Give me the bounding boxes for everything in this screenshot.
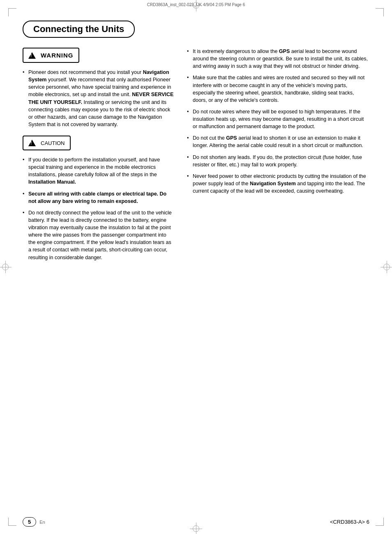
warning-box: WARNING xyxy=(23,48,79,63)
footer-left: 5 En xyxy=(23,517,45,527)
corner-mark-tr xyxy=(376,8,384,16)
right-item-2: Make sure that the cables and wires are … xyxy=(187,74,369,104)
two-column-layout: WARNING Pioneer does not recommend that … xyxy=(23,48,369,265)
corner-mark-bl xyxy=(8,518,16,526)
right-col-list: It is extremely dangerous to allow the G… xyxy=(187,48,369,195)
caution-item-3: Do not directly connect the yellow lead … xyxy=(23,209,175,261)
left-column: WARNING Pioneer does not recommend that … xyxy=(23,48,175,265)
caution-section: CAUTION If you decide to perform the ins… xyxy=(23,136,175,261)
warning-item-1: Pioneer does not recommend that you inst… xyxy=(23,69,175,128)
page-number-box: 5 xyxy=(23,517,36,527)
reg-circle-right xyxy=(383,264,390,270)
caution-box: CAUTION xyxy=(23,136,71,150)
caution-triangle-icon xyxy=(28,140,36,146)
right-item-6: Never feed power to other electronic pro… xyxy=(187,173,369,195)
corner-mark-tl xyxy=(8,8,16,16)
reg-circle-top xyxy=(193,2,199,9)
caution-label: CAUTION xyxy=(41,140,65,146)
page-title: Connecting the Units xyxy=(33,24,124,35)
corner-mark-br xyxy=(376,518,384,526)
warning-triangle-icon xyxy=(28,52,36,59)
main-content: Connecting the Units WARNING Pioneer doe… xyxy=(23,21,369,509)
page-container: CRD3863A_inst_002-029_UK 4/9/04 2:05 PM … xyxy=(0,0,392,534)
caution-item-1: If you decide to perform the installatio… xyxy=(23,156,175,186)
footer: 5 En <CRD3863-A> 6 xyxy=(23,517,369,527)
warning-list: Pioneer does not recommend that you inst… xyxy=(23,69,175,128)
warning-label: WARNING xyxy=(41,52,74,59)
right-item-3: Do not route wires where they will be ex… xyxy=(187,108,369,130)
language-label: En xyxy=(39,520,45,525)
reg-circle-left xyxy=(2,264,9,270)
page-number: 5 xyxy=(28,519,31,525)
right-item-4: Do not cut the GPS aerial lead to shorte… xyxy=(187,134,369,149)
caution-list: If you decide to perform the installatio… xyxy=(23,156,175,261)
title-box: Connecting the Units xyxy=(23,21,135,38)
product-reference: <CRD3863-A> 6 xyxy=(330,519,369,525)
right-item-5: Do not shorten any leads. If you do, the… xyxy=(187,154,369,168)
right-item-1: It is extremely dangerous to allow the G… xyxy=(187,48,369,70)
right-column: It is extremely dangerous to allow the G… xyxy=(187,48,369,199)
caution-item-2: Secure all wiring with cable clamps or e… xyxy=(23,190,175,205)
